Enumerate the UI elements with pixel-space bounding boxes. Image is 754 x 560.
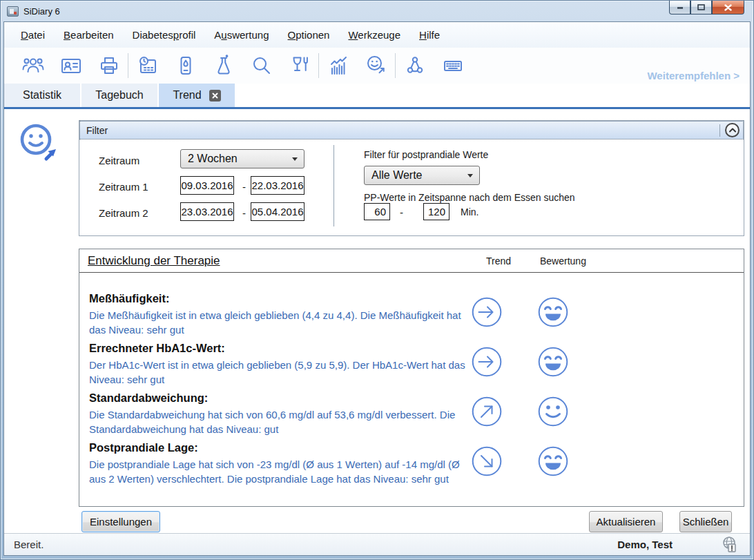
zeitraum1-label: Zeitraum 1 (99, 181, 148, 193)
collapse-button[interactable] (725, 123, 740, 137)
menu-item-auswertung[interactable]: Auswertung (214, 29, 269, 41)
close-button[interactable] (712, 1, 744, 15)
keyboard-icon[interactable] (434, 55, 472, 77)
therapy-panel: Entwicklung der Therapie Trend Bewertung… (79, 249, 744, 507)
search-icon[interactable] (242, 55, 280, 77)
content-area: Filter Zeitraum 2 Wochen Zeitraum 1 - (4, 109, 750, 533)
app-window: SiDiary 6 Datei Bearbeiten Diabetesprofi… (0, 0, 754, 560)
filter-divider (334, 145, 334, 226)
trend-smiley-icon[interactable] (357, 55, 395, 77)
contact-card-icon[interactable] (52, 55, 90, 77)
rating-column-header: Bewertung (540, 255, 586, 267)
printer-icon[interactable] (90, 55, 128, 77)
share-icon[interactable] (396, 55, 434, 77)
therapy-header: Entwicklung der Therapie Trend Bewertung (79, 249, 744, 273)
chevron-up-icon (728, 127, 737, 133)
current-user-label: Demo, Test (617, 539, 673, 550)
menu-item-werkzeuge[interactable]: Werkzeuge (348, 29, 400, 41)
therapy-rows: Meßhäufigkeit: Die Meßhäufigkeit ist in … (79, 273, 744, 496)
minimize-icon (677, 6, 684, 10)
menu-item-optionen[interactable]: Optionen (288, 29, 330, 41)
tab-tagebuch[interactable]: Tagebuch (81, 84, 157, 107)
settings-button[interactable]: Einstellungen (81, 511, 160, 532)
therapy-title: Entwicklung der Therapie (88, 254, 220, 268)
pp-filter-select[interactable]: Alle Werte (364, 166, 480, 185)
zeitraum1-from-input[interactable] (180, 176, 234, 195)
lab-flask-icon[interactable] (204, 55, 242, 77)
rating-laugh-icon (536, 296, 570, 331)
zeitraum2-label: Zeitraum 2 (99, 207, 148, 219)
filter-title: Filter (86, 125, 108, 136)
zeitraum2-to-input[interactable] (251, 202, 304, 221)
rating-smile-icon (536, 395, 570, 431)
menubar: Datei Bearbeiten Diabetesprofil Auswertu… (4, 22, 750, 48)
trend-right-icon (470, 296, 503, 331)
pp-max-input[interactable] (423, 203, 450, 220)
trend-right-icon (470, 345, 503, 381)
app-icon (7, 6, 19, 17)
glucose-meter-icon[interactable] (166, 55, 204, 77)
offline-globe-icon (721, 536, 740, 557)
window-title: SiDiary 6 (23, 6, 60, 17)
zeitraum2-from-input[interactable] (180, 202, 234, 221)
trend-column-header: Trend (486, 255, 511, 267)
pp-unit-label: Min. (461, 206, 478, 218)
refresh-button[interactable]: Aktualisieren (589, 511, 663, 532)
therapy-row-standardabweichung: Standardabweichung: Die Standardabweichu… (79, 392, 744, 441)
tab-statistik[interactable]: Statistik (4, 84, 80, 107)
menu-item-bearbeiten[interactable]: Bearbeiten (64, 29, 114, 41)
close-tab-button[interactable]: Schließen (679, 511, 732, 532)
pp-min-input[interactable] (364, 203, 390, 220)
menu-item-datei[interactable]: Datei (21, 29, 45, 41)
toolbar: Weiterempfehlen > (4, 48, 750, 84)
therapy-row-messhaeufigkeit: Meßhäufigkeit: Die Meßhäufigkeit ist in … (79, 292, 744, 342)
filter-header[interactable]: Filter (79, 121, 744, 139)
tab-close-button[interactable] (209, 90, 221, 102)
chevron-down-icon (467, 174, 473, 177)
food-drink-icon[interactable] (280, 55, 318, 77)
status-text: Bereit. (14, 539, 44, 550)
menu-item-diabetesprofil[interactable]: Diabetesprofil (133, 29, 196, 41)
pp-filter-label: Filter für postprandiale Werte (364, 149, 488, 160)
zeitraum-select[interactable]: 2 Wochen (180, 149, 304, 168)
calendar-clock-icon[interactable] (128, 55, 166, 77)
zeitraum1-to-input[interactable] (251, 176, 304, 195)
tab-close-icon (212, 93, 218, 99)
statusbar: Bereit. Demo, Test (4, 533, 750, 555)
client-area: Datei Bearbeiten Diabetesprofil Auswertu… (3, 21, 751, 556)
maximize-button[interactable] (690, 1, 712, 15)
menu-item-hilfe[interactable]: Hilfe (419, 29, 440, 41)
titlebar: SiDiary 6 (1, 1, 753, 21)
tab-trend[interactable]: Trend (159, 84, 235, 107)
therapy-row-hba1c: Errechneter HbA1c-Wert: Der HbA1c-Wert i… (79, 342, 744, 392)
rating-laugh-icon (536, 445, 570, 481)
filter-panel: Filter Zeitraum 2 Wochen Zeitraum 1 - (79, 120, 744, 236)
filter-header-separator (719, 124, 720, 137)
trend-down-right-icon (470, 445, 503, 481)
minimize-button[interactable] (669, 1, 690, 15)
trend-up-right-icon (470, 395, 503, 431)
filter-body: Zeitraum 2 Wochen Zeitraum 1 - Zeitraum … (79, 139, 744, 235)
users-icon[interactable] (14, 55, 52, 77)
window-controls (669, 1, 744, 15)
statistics-icon[interactable] (319, 55, 357, 77)
pp-search-label: PP-Werte in Zeitspanne nach dem Essen su… (364, 192, 575, 203)
close-icon (724, 4, 732, 11)
rating-laugh-icon (536, 345, 570, 381)
maximize-icon (697, 4, 705, 10)
chevron-down-icon (292, 157, 298, 161)
trend-page-icon (17, 122, 62, 168)
tabbar: Statistik Tagebuch Trend (4, 84, 750, 109)
zeitraum-label: Zeitraum (99, 155, 139, 166)
therapy-row-postprandiale-lage: Postprandiale Lage: Die postprandiale La… (79, 441, 744, 496)
recommend-link[interactable]: Weiterempfehlen > (647, 70, 740, 81)
